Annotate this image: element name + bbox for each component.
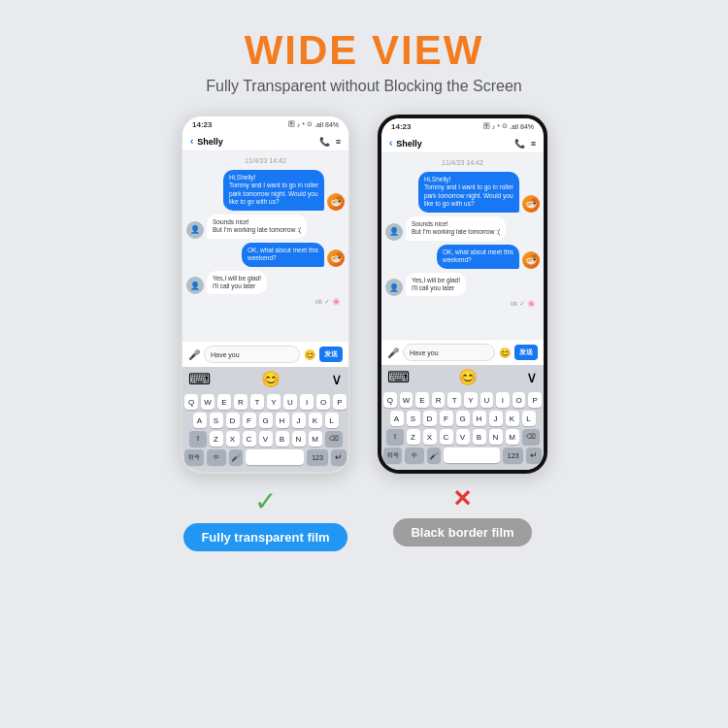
kbd-row2-right: A S D F G H J K L bbox=[383, 411, 542, 426]
status-time-right: 14:23 bbox=[391, 122, 411, 131]
menu-icon-right: ≡ bbox=[531, 139, 536, 149]
pill-right: Black border film bbox=[393, 518, 531, 546]
kbd-row3-right: ⇧ Z X C V B N M ⌫ bbox=[383, 429, 542, 445]
status-time-left: 14:23 bbox=[192, 120, 212, 129]
kbd-icon3-right: ∨ bbox=[526, 368, 538, 386]
kbd-icon2-left: 😊 bbox=[261, 370, 281, 388]
phone-right-label: ✕ Black border film bbox=[393, 485, 531, 546]
msg-sent-2-right: OK, what about meet thisweekend? 🍜 bbox=[385, 245, 540, 269]
kbd-toolbar-left: ⌨ 😊 ∨ bbox=[182, 367, 348, 391]
kbd-icon3-left: ∨ bbox=[331, 370, 343, 388]
call-icon-right: 📞 bbox=[514, 139, 525, 149]
msg-recv-1-right: 👤 Sounds nice!But I'm working late tomor… bbox=[385, 216, 540, 241]
chat-body-left: 11/4/23 14:42 Hi,Shelly!Tommy and I want… bbox=[182, 151, 348, 341]
avatar-recv-left: 👤 bbox=[186, 221, 204, 239]
main-title: WIDE VIEW bbox=[206, 27, 522, 74]
contact-name-right: Shelly bbox=[396, 139, 422, 149]
kbd-icon1-right: ⌨ bbox=[387, 368, 410, 386]
phone-left-wrapper: 14:23 图 ♪ * ⊙ .all 84% ‹ Shelly bbox=[181, 115, 350, 551]
msg-sent-1-left: Hi,Shelly!Tommy and I want to go in roll… bbox=[186, 170, 345, 211]
avatar-sent2-right: 🍜 bbox=[522, 251, 540, 269]
keyboard-right: Q W E R T Y U I O P A S D bbox=[381, 389, 544, 470]
check-mark-left: ✓ bbox=[254, 485, 277, 517]
back-arrow-left: ‹ bbox=[190, 136, 193, 147]
avatar-recv2-left: 👤 bbox=[186, 277, 204, 294]
chat-header-right: ‹ Shelly 📞 ≡ bbox=[381, 134, 544, 153]
msg-sent-2-left: OK, what about meet thisweekend? 🍜 bbox=[186, 243, 345, 267]
input-field-left[interactable]: Have you bbox=[204, 346, 300, 363]
kbd-row4-right: 符号 中 🎤 123 ↵ bbox=[383, 447, 542, 463]
kbd-toolbar-right: ⌨ 😊 ∨ bbox=[381, 365, 544, 389]
phones-comparison: 14:23 图 ♪ * ⊙ .all 84% ‹ Shelly bbox=[181, 115, 547, 551]
msg-recv-2-left: 👤 Yes,I will be glad!I'll call you later bbox=[186, 271, 345, 295]
send-button-left[interactable]: 发送 bbox=[319, 347, 343, 362]
phone-right-screen: 14:23 图 ♪ * ⊙ .all 84% ‹ Shelly bbox=[381, 118, 544, 470]
chat-header-left: ‹ Shelly 📞 ≡ bbox=[182, 132, 348, 151]
subtitle: Fully Transparent without Blocking the S… bbox=[206, 78, 522, 95]
avatar-recv-right: 👤 bbox=[385, 223, 403, 241]
kbd-row3-left: ⇧ Z X C V B N M ⌫ bbox=[184, 431, 347, 447]
avatar-sent2-left: 🍜 bbox=[327, 249, 345, 267]
msg-recv-1-left: 👤 Sounds nice!But I'm working late tomor… bbox=[186, 215, 345, 239]
call-icon-left: 📞 bbox=[319, 137, 330, 147]
kbd-row4-left: 符号 中 🎤 123 ↵ bbox=[184, 449, 347, 465]
date-label-left: 11/4/23 14:42 bbox=[186, 157, 345, 164]
contact-name-left: Shelly bbox=[197, 137, 223, 147]
avatar-recv2-right: 👤 bbox=[385, 279, 403, 296]
kbd-icon1-left: ⌨ bbox=[188, 370, 211, 388]
emoji-icon-left: 😊 bbox=[304, 349, 315, 360]
status-icons-right: 图 ♪ * ⊙ .all 84% bbox=[483, 121, 534, 131]
msg-sent-1-right: Hi,Shelly!Tommy and I want to go in roll… bbox=[385, 172, 540, 213]
kbd-row2-left: A S D F G H J K L bbox=[184, 413, 347, 428]
avatar-sent-right: 🍜 bbox=[522, 195, 540, 213]
phone-right: 14:23 图 ♪ * ⊙ .all 84% ‹ Shelly bbox=[378, 115, 547, 474]
status-bar-right: 14:23 图 ♪ * ⊙ .all 84% bbox=[381, 118, 544, 134]
menu-icon-left: ≡ bbox=[336, 137, 341, 147]
pill-left: Fully transparent film bbox=[183, 523, 347, 551]
kbd-row1-left: Q W E R T Y U I O P bbox=[184, 394, 347, 410]
header-section: WIDE VIEW Fully Transparent without Bloc… bbox=[206, 0, 522, 95]
status-icons-left: 图 ♪ * ⊙ .all 84% bbox=[288, 119, 339, 129]
kbd-row1-right: Q W E R T Y U I O P bbox=[383, 392, 542, 408]
ok-label-left: ok ✓ 🌸 bbox=[186, 298, 341, 306]
phone-left-label: ✓ Fully transparent film bbox=[183, 485, 347, 551]
phone-left: 14:23 图 ♪ * ⊙ .all 84% ‹ Shelly bbox=[181, 115, 350, 474]
avatar-sent-left: 🍜 bbox=[327, 193, 345, 211]
back-arrow-right: ‹ bbox=[389, 138, 392, 149]
ok-label-right: ok ✓ 🌸 bbox=[385, 300, 536, 308]
kbd-icon2-right: 😊 bbox=[458, 368, 478, 386]
cross-mark-right: ✕ bbox=[452, 485, 472, 513]
mic-icon-left: 🎤 bbox=[188, 349, 200, 360]
keyboard-left: Q W E R T Y U I O P A S D bbox=[182, 391, 348, 472]
phone-right-wrapper: 14:23 图 ♪ * ⊙ .all 84% ‹ Shelly bbox=[378, 115, 547, 546]
msg-recv-2-right: 👤 Yes,I will be glad!I'll call you later bbox=[385, 273, 540, 297]
send-button-right[interactable]: 发送 bbox=[514, 345, 538, 360]
phone-left-screen: 14:23 图 ♪ * ⊙ .all 84% ‹ Shelly bbox=[182, 116, 348, 472]
date-label-right: 11/4/23 14:42 bbox=[385, 159, 540, 166]
input-field-right[interactable]: Have you bbox=[403, 344, 495, 361]
status-bar-left: 14:23 图 ♪ * ⊙ .all 84% bbox=[182, 116, 348, 132]
mic-icon-right: 🎤 bbox=[387, 347, 399, 358]
input-bar-left[interactable]: 🎤 Have you 😊 发送 bbox=[182, 341, 348, 367]
input-bar-right[interactable]: 🎤 Have you 😊 发送 bbox=[381, 339, 544, 365]
emoji-icon-right: 😊 bbox=[499, 347, 511, 358]
chat-body-right: 11/4/23 14:42 Hi,Shelly!Tommy and I want… bbox=[381, 153, 544, 339]
